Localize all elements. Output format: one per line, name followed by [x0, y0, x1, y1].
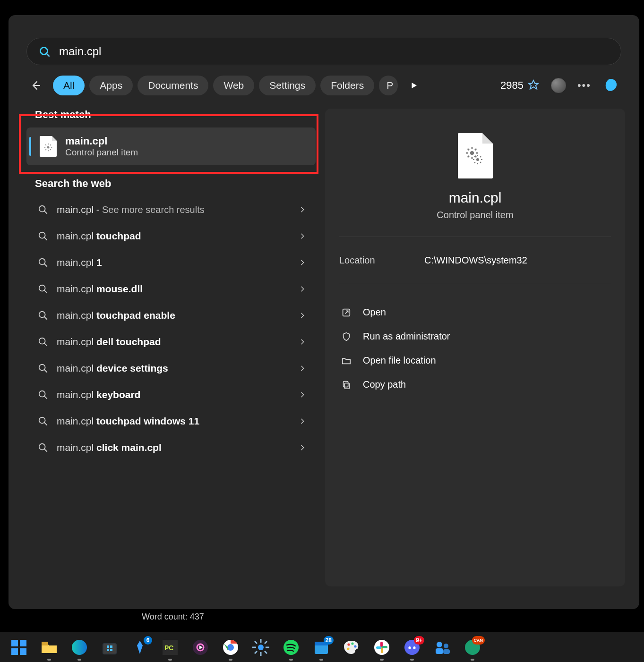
filter-settings[interactable]: Settings — [259, 76, 316, 95]
taskbar: 6 PC 28 9+ CAN — [0, 632, 644, 662]
web-result[interactable]: main.cpl touchpad windows 11 — [26, 408, 316, 434]
word-count-strip: Word count: 437 — [142, 612, 204, 622]
web-result[interactable]: main.cpl dell touchpad — [26, 329, 316, 355]
svg-rect-71 — [436, 648, 443, 654]
more-options[interactable]: ••• — [577, 79, 591, 92]
svg-line-17 — [44, 370, 47, 373]
action-run-admin[interactable]: Run as administrator — [339, 324, 611, 348]
svg-rect-36 — [107, 645, 109, 648]
filter-row: All Apps Documents Web Settings Folders … — [26, 76, 621, 95]
shield-icon — [341, 331, 352, 342]
action-open-location[interactable]: Open file location — [339, 348, 611, 373]
filter-overflow[interactable]: P — [379, 76, 398, 95]
web-result[interactable]: main.cpl device settings — [26, 355, 316, 382]
search-input[interactable] — [59, 45, 610, 58]
taskbar-media[interactable] — [191, 638, 210, 657]
svg-rect-38 — [107, 649, 109, 651]
svg-point-69 — [413, 646, 415, 649]
svg-point-72 — [444, 644, 448, 648]
svg-rect-31 — [11, 648, 18, 655]
action-label: Copy path — [363, 379, 406, 390]
svg-point-25 — [476, 158, 479, 161]
copilot-icon[interactable] — [602, 76, 621, 95]
slack-icon — [372, 638, 391, 657]
copy-icon — [341, 380, 352, 390]
points-value: 2985 — [500, 79, 524, 92]
taskbar-weather[interactable]: 6 — [130, 638, 149, 657]
taskbar-edge-canary[interactable]: CAN — [463, 638, 482, 657]
location-label: Location — [339, 255, 386, 266]
svg-point-58 — [347, 643, 350, 645]
action-copy-path[interactable]: Copy path — [339, 373, 611, 397]
taskbar-explorer[interactable] — [40, 638, 59, 657]
svg-point-3 — [47, 146, 50, 149]
chrome-icon — [221, 638, 240, 657]
svg-line-5 — [44, 211, 47, 214]
web-result-text: main.cpl mouse.dll — [57, 283, 143, 295]
web-result[interactable]: main.cpl click main.cpl — [26, 434, 316, 461]
divider — [339, 237, 611, 237]
taskbar-settings[interactable] — [251, 638, 270, 657]
web-result[interactable]: main.cpl mouse.dll — [26, 276, 316, 302]
web-result-text: main.cpl keyboard — [57, 389, 140, 400]
action-label: Open file location — [363, 355, 436, 366]
search-icon — [38, 363, 48, 373]
rewards-icon — [527, 79, 540, 92]
filter-folders[interactable]: Folders — [320, 76, 374, 95]
taskbar-people[interactable] — [433, 638, 452, 657]
annotation-highlight — [19, 114, 318, 174]
taskbar-slack[interactable] — [372, 638, 391, 657]
svg-rect-73 — [443, 649, 450, 654]
taskbar-pycharm[interactable]: PC — [161, 638, 180, 657]
rewards-points[interactable]: 2985 — [500, 79, 540, 92]
svg-line-53 — [265, 641, 267, 644]
filter-all[interactable]: All — [53, 76, 85, 95]
filter-documents[interactable]: Documents — [137, 76, 208, 95]
svg-rect-66 — [382, 646, 387, 648]
action-open[interactable]: Open — [339, 300, 611, 324]
web-result-text: main.cpl 1 — [57, 257, 102, 268]
gear-icon — [43, 143, 53, 152]
web-result[interactable]: main.cpl touchpad — [26, 223, 316, 249]
folder-icon — [341, 356, 352, 366]
search-icon — [38, 442, 48, 453]
filter-apps[interactable]: Apps — [89, 76, 133, 95]
filter-web[interactable]: Web — [213, 76, 254, 95]
back-button[interactable] — [26, 76, 44, 94]
svg-line-23 — [44, 449, 47, 452]
start-search-panel: All Apps Documents Web Settings Folders … — [9, 15, 639, 609]
taskbar-discord[interactable]: 9+ — [403, 638, 421, 657]
taskbar-store[interactable] — [100, 638, 119, 657]
svg-point-59 — [351, 642, 353, 645]
web-result-text: main.cpl click main.cpl — [57, 442, 162, 453]
taskbar-teams[interactable]: 28 — [312, 638, 331, 657]
taskbar-edge[interactable] — [70, 638, 89, 657]
web-result[interactable]: main.cpl 1 — [26, 249, 316, 276]
best-match-item[interactable]: main.cpl Control panel item — [26, 127, 316, 165]
divider — [339, 284, 611, 284]
web-result-text: main.cpl - See more search results — [57, 204, 205, 215]
scroll-filters-button[interactable] — [405, 77, 422, 94]
action-label: Run as administrator — [363, 331, 450, 342]
search-box[interactable] — [26, 38, 621, 65]
web-result-text: main.cpl touchpad — [57, 230, 141, 242]
search-icon — [38, 204, 48, 215]
start-button[interactable] — [9, 638, 28, 657]
web-result[interactable]: main.cpl - See more search results — [26, 196, 316, 223]
taskbar-chrome[interactable] — [221, 638, 240, 657]
svg-rect-35 — [103, 644, 116, 654]
teams-badge: 28 — [324, 636, 334, 645]
taskbar-paint[interactable] — [342, 638, 361, 657]
preview-file-icon — [458, 133, 493, 178]
search-icon — [38, 390, 48, 400]
best-match-text: main.cpl Control panel item — [65, 135, 138, 158]
gear-icon — [472, 154, 483, 165]
search-body: Best match main.cpl Control panel item S… — [26, 109, 625, 586]
preview-subtitle: Control panel item — [339, 210, 611, 221]
web-result[interactable]: main.cpl keyboard — [26, 382, 316, 408]
best-match-title: main.cpl — [65, 135, 138, 147]
user-avatar[interactable] — [551, 78, 566, 93]
svg-point-60 — [354, 645, 356, 647]
taskbar-spotify[interactable] — [282, 638, 301, 657]
web-result[interactable]: main.cpl touchpad enable — [26, 302, 316, 329]
